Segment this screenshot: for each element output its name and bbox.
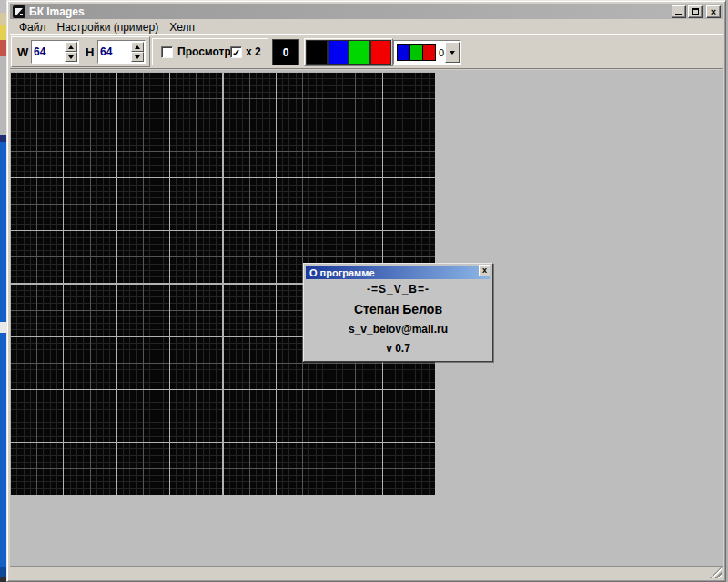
minimize-button[interactable] — [672, 5, 686, 18]
size-panel: W H — [11, 36, 150, 67]
width-spin-buttons — [65, 42, 77, 62]
desktop-strip-segment — [0, 142, 6, 322]
palette-select-combobox[interactable]: 0 — [393, 40, 461, 65]
spin-up-icon — [68, 45, 74, 49]
about-author-name: Степан Белов — [304, 302, 492, 316]
width-spin-edit — [31, 40, 79, 64]
menu-item-help[interactable]: Хелп — [164, 21, 200, 34]
height-spin-buttons — [131, 42, 144, 62]
about-version: v 0.7 — [304, 342, 492, 355]
combo-swatch-strip — [397, 44, 435, 61]
zoom-checkbox[interactable]: ✓ — [230, 46, 242, 58]
height-spin-edit — [97, 40, 146, 64]
combo-dropdown-button[interactable] — [445, 42, 460, 63]
desktop-strip-segment — [0, 25, 6, 40]
close-icon: × — [707, 5, 720, 18]
about-dialog: О программе x -=S_V_B=- Степан Белов s_v… — [303, 263, 493, 362]
title-bar[interactable]: БК Images × — [10, 4, 723, 19]
zoom-checkbox-label: x 2 — [246, 45, 261, 58]
desktop-strip-segment — [0, 322, 6, 333]
width-input[interactable] — [34, 43, 64, 61]
maximize-icon — [692, 8, 699, 15]
desktop-strip-segment — [0, 135, 6, 142]
palette-swatch-green[interactable] — [349, 40, 370, 65]
desktop-strip-segment — [0, 567, 6, 577]
app-window: БК Images × Файл Настройки (пример) Хелп… — [6, 0, 726, 582]
height-input[interactable] — [100, 43, 130, 61]
screen: БК Images × Файл Настройки (пример) Хелп… — [0, 0, 728, 582]
height-spin-up-button[interactable] — [131, 42, 144, 52]
about-dialog-titlebar[interactable]: О программе — [306, 266, 490, 279]
minimize-icon — [675, 14, 682, 15]
desktop-strip-segment — [0, 40, 6, 56]
close-button[interactable]: × — [706, 5, 721, 18]
palette-panel — [304, 38, 393, 66]
width-label: W — [17, 45, 28, 59]
toolbar: W H Пр — [10, 34, 723, 69]
app-icon — [13, 5, 25, 18]
preview-checkbox-label: Просмотр — [177, 45, 231, 58]
maximize-button[interactable] — [688, 5, 703, 18]
width-spin-up-button[interactable] — [65, 42, 77, 52]
spin-down-icon — [68, 55, 74, 59]
height-spin-down-button[interactable] — [131, 52, 144, 62]
about-author-email: s_v_belov@mail.ru — [304, 323, 492, 336]
menu-item-settings[interactable]: Настройки (пример) — [52, 21, 165, 34]
desktop-strip-segment — [0, 333, 6, 567]
palette-swatch-red[interactable] — [370, 40, 392, 65]
resize-grip[interactable] — [710, 567, 722, 578]
combo-swatch-blue — [397, 44, 410, 61]
menu-item-file[interactable]: Файл — [14, 21, 52, 34]
combo-swatch-green — [410, 44, 423, 61]
current-color-indicator[interactable]: 0 — [272, 39, 299, 65]
spin-up-icon — [135, 45, 140, 49]
chevron-down-icon — [450, 51, 455, 55]
preview-checkbox[interactable] — [161, 46, 173, 58]
desktop-strip-segment — [0, 0, 6, 13]
palette-swatch-blue[interactable] — [328, 40, 349, 65]
options-panel: Просмотр ✓ x 2 — [152, 38, 268, 65]
height-label: H — [86, 45, 94, 59]
width-spin-down-button[interactable] — [65, 52, 77, 62]
spin-down-icon — [135, 55, 140, 59]
status-bar — [10, 566, 723, 579]
desktop-strip-segment — [0, 577, 6, 582]
about-signature: -=S_V_B=- — [304, 283, 492, 296]
desktop-strip-segment — [0, 13, 6, 25]
about-dialog-title: О программе — [309, 267, 375, 278]
combo-swatch-red — [422, 44, 436, 61]
desktop-strip-segment — [0, 56, 6, 135]
menu-bar: Файл Настройки (пример) Хелп — [10, 20, 723, 34]
desktop-strip — [0, 0, 6, 582]
palette-swatch-black[interactable] — [306, 40, 328, 65]
combo-selected-value: 0 — [439, 47, 445, 58]
about-dialog-close-button[interactable]: x — [479, 265, 490, 276]
window-title: БК Images — [29, 5, 670, 18]
